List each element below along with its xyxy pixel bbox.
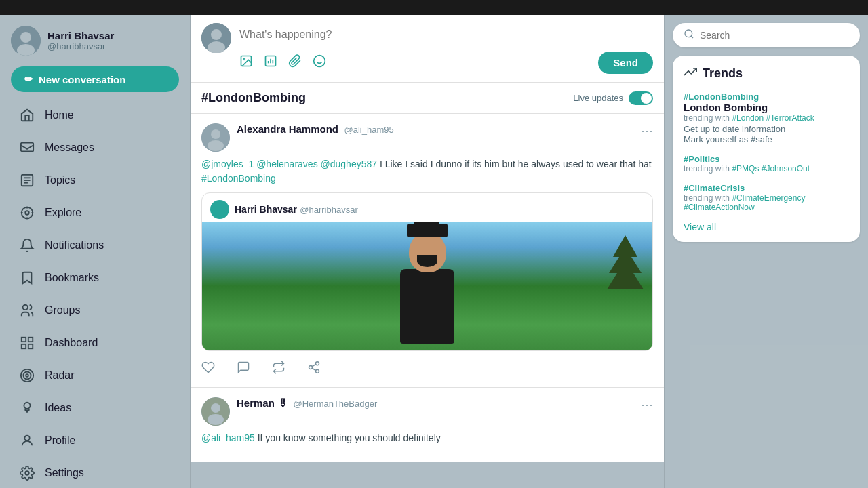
tweet-author-handle: @ali_ham95 [344, 125, 394, 135]
search-box [673, 23, 860, 47]
trend-sub-link-3a[interactable]: #ClimateEmergency [732, 193, 805, 203]
attachment-icon[interactable] [288, 54, 302, 71]
mention-link-1[interactable]: @jmoyles_1 [201, 159, 254, 169]
svg-point-21 [26, 374, 28, 377]
sidebar-label-notifications: Notifications [45, 239, 104, 251]
compose-input[interactable] [239, 23, 653, 46]
groups-icon [19, 302, 35, 319]
trends-icon [684, 65, 697, 82]
quoted-tweet: Harri Bhavsar @harribhavsar [201, 192, 653, 351]
tweet-author-name: Alexandra Hammond [237, 123, 338, 135]
topics-icon [19, 172, 35, 188]
svg-point-1 [20, 32, 31, 43]
person-hat [407, 224, 448, 237]
trend-item-3: #ClimateCrisis trending with #ClimateEme… [684, 183, 849, 212]
image-background [202, 222, 652, 350]
sidebar-item-radar[interactable]: Radar [11, 361, 179, 390]
sidebar-user-info: Harri Bhavsar @harribhavsar [47, 30, 114, 52]
tweet-author-name-2: Herman 🎖 [237, 397, 288, 409]
trend-header: #LondonBombing Live updates [191, 83, 664, 114]
live-updates: Live updates [573, 92, 653, 105]
live-updates-toggle[interactable] [629, 92, 653, 105]
sidebar-item-groups[interactable]: Groups [11, 296, 179, 325]
sidebar-item-bookmarks[interactable]: Bookmarks [11, 263, 179, 293]
retweet-button[interactable] [272, 361, 285, 378]
person-figure [383, 232, 471, 350]
send-button[interactable]: Send [598, 52, 653, 74]
search-input[interactable] [700, 30, 849, 41]
compose-actions: Send [239, 52, 653, 74]
svg-line-44 [312, 368, 316, 370]
emoji-icon[interactable] [313, 54, 326, 71]
sidebar-label-explore: Explore [45, 207, 81, 219]
trend-hashtag-3[interactable]: #ClimateCrisis [684, 183, 849, 193]
trend-sub-link-1a[interactable]: #London [732, 113, 764, 123]
hashtag-link[interactable]: #LondonBombing [201, 173, 276, 184]
trend-sub-link-2a[interactable]: #PMQs [732, 164, 759, 174]
messages-icon [19, 140, 35, 156]
trend-hashtag-2[interactable]: #Politics [684, 154, 849, 164]
svg-rect-17 [22, 344, 26, 348]
sidebar-item-topics[interactable]: Topics [11, 165, 179, 195]
new-conversation-button[interactable]: ✏ New conversation [11, 66, 179, 92]
quoted-avatar [210, 200, 229, 219]
trends-card: Trends #LondonBombing London Bombing tre… [673, 56, 860, 242]
svg-point-20 [24, 372, 31, 380]
sidebar-item-profile[interactable]: Profile [11, 426, 179, 455]
person-body [400, 269, 454, 344]
live-updates-label: Live updates [573, 93, 623, 103]
reply-button[interactable] [237, 361, 250, 378]
sidebar: Harri Bhavsar @harribhavsar ✏ New conver… [0, 15, 190, 488]
svg-point-40 [208, 140, 224, 151]
tweet-avatar-2 [201, 397, 230, 426]
chart-icon[interactable] [264, 54, 277, 71]
compose-avatar [201, 23, 231, 53]
quoted-image [202, 222, 652, 350]
sidebar-item-dashboard[interactable]: Dashboard [11, 328, 179, 358]
like-button[interactable] [201, 361, 215, 378]
svg-rect-18 [28, 344, 33, 348]
tweet-card-2: Herman 🎖 @HermanTheBadger ⋯ @ali_ham95 I… [191, 388, 664, 462]
tweet-card: Alexandra Hammond @ali_ham95 ⋯ @jmoyles_… [191, 114, 664, 388]
quoted-author-handle: @harribhavsar [300, 205, 357, 215]
sidebar-item-ideas[interactable]: Ideas [11, 393, 179, 423]
svg-line-50 [691, 36, 693, 38]
image-icon[interactable] [239, 54, 253, 71]
svg-point-27 [211, 29, 222, 40]
sidebar-item-settings[interactable]: Settings [11, 458, 179, 488]
top-bar [0, 0, 868, 15]
svg-point-41 [316, 362, 319, 365]
mention-link-3[interactable]: @dughey587 [321, 159, 378, 169]
sidebar-item-explore[interactable]: Explore [11, 198, 179, 228]
sidebar-label-radar: Radar [45, 369, 75, 382]
svg-point-24 [24, 436, 29, 441]
user-handle: @harribhavsar [47, 41, 114, 52]
svg-point-25 [25, 471, 29, 475]
right-sidebar: Trends #LondonBombing London Bombing tre… [665, 15, 868, 488]
tweet-avatar [201, 123, 230, 152]
trend-sub-link-2b[interactable]: #JohnsonOut [762, 164, 810, 174]
trend-sub-link-3b[interactable]: #ClimateActionNow [684, 203, 755, 212]
tweet-header: Alexandra Hammond @ali_ham95 ⋯ [201, 123, 653, 152]
safe-link[interactable]: #safe [751, 134, 772, 144]
person-head [409, 232, 446, 272]
trend-hashtag-1[interactable]: #LondonBombing [684, 92, 849, 102]
share-button[interactable] [307, 361, 321, 378]
svg-point-42 [309, 366, 313, 369]
sidebar-label-ideas: Ideas [45, 402, 71, 414]
sidebar-label-settings: Settings [45, 467, 84, 479]
profile-icon [19, 432, 35, 449]
tweet-more-button[interactable]: ⋯ [641, 123, 653, 138]
mention-link-2[interactable]: @helenaraves [256, 159, 318, 169]
trend-sub-link-1b[interactable]: #TerrorAttack [766, 113, 814, 123]
trend-main-1: London Bombing [684, 102, 849, 113]
mention-link[interactable]: @ali_ham95 [201, 432, 255, 443]
tweet-more-button-2[interactable]: ⋯ [641, 397, 653, 412]
trend-item-2: #Politics trending with #PMQs #JohnsonOu… [684, 154, 849, 174]
view-all-link[interactable]: View all [684, 222, 849, 232]
sidebar-item-home[interactable]: Home [11, 100, 179, 130]
sidebar-item-notifications[interactable]: Notifications [11, 230, 179, 260]
trends-title: Trends [684, 65, 849, 82]
sidebar-item-messages[interactable]: Messages [11, 133, 179, 163]
tweet-author-handle-2: @HermanTheBadger [293, 399, 377, 409]
